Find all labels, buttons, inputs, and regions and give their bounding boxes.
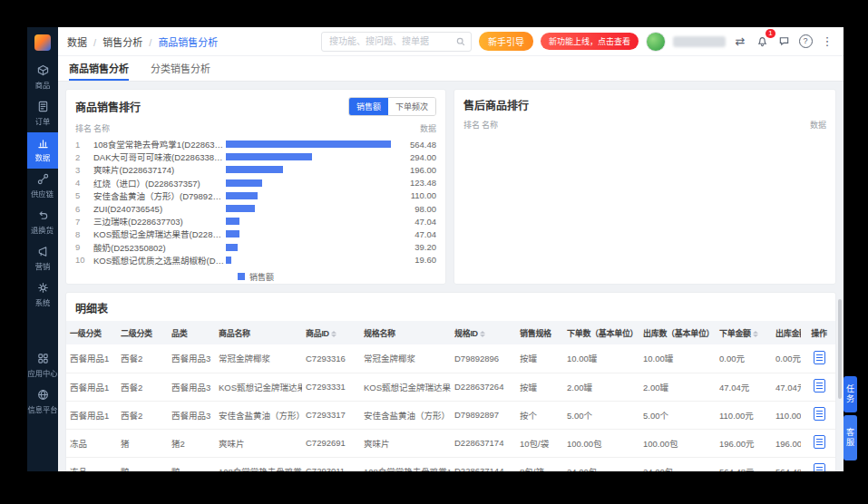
tab-category-sales-analysis[interactable]: 分类销售分析 (151, 56, 210, 81)
sort-icon[interactable] (331, 331, 336, 337)
cell: 冻品 (66, 429, 117, 457)
cell: 西餐用品1 (66, 373, 117, 401)
view-detail-icon[interactable] (814, 351, 825, 364)
col-name: 名称 (93, 122, 391, 134)
bar-track (226, 254, 391, 267)
view-detail-icon[interactable] (814, 435, 825, 449)
metric-toggle: 销售额 下单频次 (348, 97, 436, 116)
detail-table-panel: 明细表 一级分类 二级分类 品类 商品名称 商品ID 规格名称 规格ID 销售规… (65, 292, 836, 471)
col-product-id[interactable]: 商品ID (302, 321, 360, 344)
cell: 鸭 (117, 457, 168, 471)
col-outbound-amount[interactable]: 出库金额 (772, 321, 801, 344)
bell-icon (756, 35, 768, 47)
sidebar-item-label: 数据 (35, 152, 51, 163)
sort-icon[interactable] (480, 331, 485, 337)
chart-row: 1 108食堂常艳去骨鸡掌1(D228637144) 564.48 (66, 138, 445, 150)
cell: 108食堂常艳去骨鸡掌1 (360, 457, 451, 471)
sidebar-item-system[interactable]: 系统 (27, 277, 58, 314)
table-header-row: 一级分类 二级分类 品类 商品名称 商品ID 规格名称 规格ID 销售规格 下单… (66, 321, 836, 344)
notification-bell-icon[interactable]: 1 (755, 34, 769, 49)
top-bar: 数据 / 销售分析 / 商品销售分析 新手引导 新功能上线，点击查看 ⇄ 1 ?… (58, 27, 844, 56)
service-tab-label: 客服 (844, 428, 856, 448)
col-spec-id[interactable]: 规格ID (451, 321, 516, 344)
bar-track (226, 215, 391, 228)
sidebar: 商品 订单 数据 供应链 退换货 营销 系统 应用中心 (27, 27, 58, 471)
switch-store-icon[interactable]: ⇄ (733, 34, 747, 49)
sidebar-item-info-platform[interactable]: 信息平台 (27, 384, 58, 421)
col-category-1: 一级分类 (66, 321, 117, 344)
cell: 冻品 (66, 457, 117, 471)
sort-icon[interactable] (753, 331, 758, 337)
cell: 5.00个 (639, 401, 716, 429)
cell: 10.00罐 (563, 344, 639, 373)
more-menu-icon[interactable]: ⋮ (820, 34, 834, 49)
chart-row: 2 DAK大可哥可可味液(D228633861) 294.00 (66, 150, 445, 163)
panel-title: 商品销售排行 (75, 99, 141, 114)
view-detail-icon[interactable] (814, 379, 825, 393)
system-gear-icon (37, 282, 49, 294)
rank-column-headers: 排名 名称 数据 (454, 116, 835, 134)
toggle-order-frequency[interactable]: 下单频次 (388, 98, 435, 115)
col-spec-name: 规格名称 (360, 321, 451, 344)
sidebar-item-label: 信息平台 (27, 404, 57, 415)
vertical-scrollbar[interactable] (838, 299, 842, 399)
cell: 按个 (516, 401, 563, 429)
cell: 2.00罐 (563, 373, 639, 401)
breadcrumb-sales-analysis[interactable]: 销售分析 (102, 37, 142, 48)
rank: 5 (75, 190, 93, 200)
returns-icon (37, 209, 49, 221)
search-input[interactable] (327, 35, 453, 47)
app-window: 商品 订单 数据 供应链 退换货 营销 系统 应用中心 (27, 27, 844, 471)
sidebar-item-orders[interactable]: 订单 (27, 96, 58, 132)
chart-row: 10 KOS甄想记优质之选黑胡椒粉(D228634296) 19.60 (66, 254, 445, 267)
task-floating-tab[interactable]: 任务 (844, 376, 857, 412)
sidebar-item-goods[interactable]: 商品 (27, 60, 58, 96)
customer-service-floating-tab[interactable]: 客服 (844, 415, 857, 460)
sales-value: 98.00 (391, 204, 436, 214)
help-icon[interactable]: ? (798, 34, 813, 49)
table-row: 西餐用品1 西餐2 西餐用品3 安佳含盐黄油（方形） C7293317 安佳含盐… (66, 401, 836, 429)
sales-bar (226, 153, 312, 160)
analysis-tabs: 商品销售分析 分类销售分析 (58, 56, 844, 82)
sidebar-item-app-center[interactable]: 应用中心 (27, 348, 58, 384)
breadcrumb-data[interactable]: 数据 (67, 37, 87, 48)
sidebar-item-returns[interactable]: 退换货 (27, 205, 58, 241)
col-outbound-qty[interactable]: 出库数（基本单位） (639, 321, 716, 344)
sidebar-item-label: 系统 (35, 297, 51, 308)
task-tab-label: 任务 (844, 384, 856, 404)
bar-track (226, 150, 391, 163)
sidebar-item-supply-chain[interactable]: 供应链 (27, 169, 58, 205)
bar-track (226, 189, 391, 202)
cell: 0.00元 (716, 344, 772, 373)
sidebar-item-marketing[interactable]: 营销 (27, 241, 58, 277)
view-detail-icon[interactable] (814, 407, 825, 421)
rank: 6 (75, 204, 93, 214)
message-icon[interactable] (776, 34, 791, 49)
sales-rank-panel: 商品销售排行 销售额 下单频次 排名 名称 数据 1 108食堂常艳去骨鸡掌1(… (65, 89, 446, 285)
chart-row: 6 ZUI(D240736545) 98.00 (66, 202, 445, 215)
cell: 安佳含盐黄油（方形） (215, 401, 302, 429)
col-order-qty[interactable]: 下单数（基本单位） (563, 321, 639, 344)
toggle-sales-amount[interactable]: 销售额 (349, 98, 388, 115)
bar-track (226, 163, 391, 176)
beginner-guide-button[interactable]: 新手引导 (479, 32, 533, 51)
bar-track (226, 177, 391, 189)
data-chart-icon (37, 137, 49, 149)
col-order-amount[interactable]: 下单金额 (716, 321, 772, 344)
info-platform-icon (37, 389, 49, 401)
global-search[interactable] (321, 32, 472, 52)
cell: 100.00包 (563, 429, 639, 457)
legend-label: 销售额 (249, 271, 274, 283)
after-sales-header: 售后商品排行 (454, 90, 835, 116)
cell: 西餐用品3 (168, 401, 215, 429)
breadcrumb: 数据 / 销售分析 / 商品销售分析 (67, 34, 218, 49)
sidebar-item-data[interactable]: 数据 (27, 132, 58, 169)
sales-value: 110.00 (391, 190, 436, 200)
search-icon[interactable] (456, 37, 465, 46)
table-row: 西餐用品1 西餐2 西餐用品3 常冠金牌椰浆 C7293316 常冠金牌椰浆 D… (66, 344, 836, 373)
announcement-banner[interactable]: 新功能上线，点击查看 (541, 33, 639, 50)
sidebar-item-label: 供应链 (32, 189, 54, 199)
tab-product-sales-analysis[interactable]: 商品销售分析 (69, 56, 129, 81)
view-detail-icon[interactable] (814, 463, 825, 471)
user-avatar[interactable] (646, 32, 666, 52)
